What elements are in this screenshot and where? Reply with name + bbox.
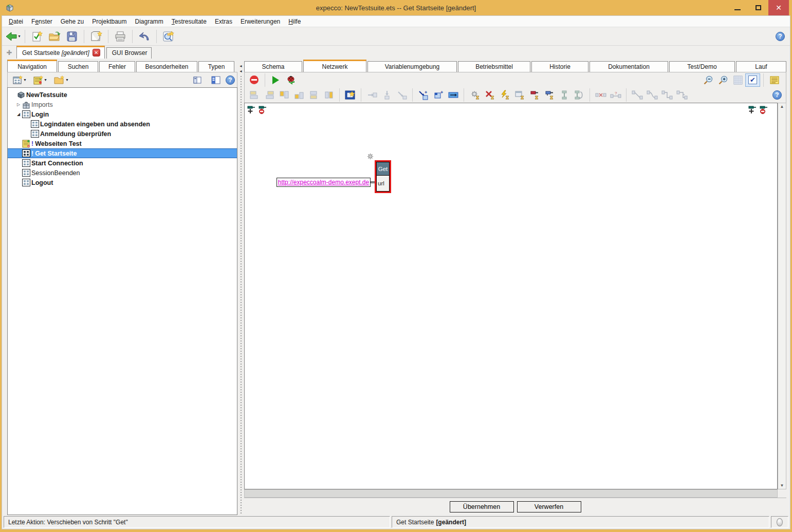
url-input-field[interactable]: http://expeccoalm-demo.exept.de: [277, 178, 371, 187]
insert-step-icon[interactable]: [379, 88, 394, 102]
line-style-spline-icon[interactable]: [644, 88, 659, 102]
minimize-button[interactable]: [727, 0, 748, 15]
tree-item-webseiten-test[interactable]: ! Webseiten Test: [8, 139, 237, 148]
expander-collapsed-icon[interactable]: ▷: [15, 102, 22, 107]
new-step-icon[interactable]: +: [416, 88, 431, 102]
log-panel-icon[interactable]: [767, 73, 782, 87]
discard-button[interactable]: Verwerfen: [517, 501, 581, 512]
dock-window-button[interactable]: [207, 72, 225, 88]
tree-item-anmeldung[interactable]: Anmeldung überprüfen: [8, 129, 237, 139]
output-pin-blocked-icon[interactable]: [760, 105, 768, 115]
remove-connection-icon[interactable]: [593, 88, 608, 102]
panel-splitter[interactable]: ◄ ◄: [237, 60, 244, 515]
menu-testresultate[interactable]: Testresultate: [168, 17, 210, 26]
get-step-block[interactable]: Get url: [375, 160, 391, 193]
tree-item-start-connection[interactable]: Start Connection: [8, 158, 237, 168]
new-list-menu-button[interactable]: ▾: [30, 72, 50, 88]
line-style-tree-icon[interactable]: [674, 88, 689, 102]
insert-output-pin-icon[interactable]: [394, 88, 409, 102]
tree-item-get-startseite[interactable]: ! Get Startseite: [8, 148, 237, 158]
close-button[interactable]: ✕: [768, 0, 789, 15]
line-style-ortho-icon[interactable]: [659, 88, 674, 102]
help-icon[interactable]: ?: [226, 75, 235, 85]
tab-netzwerk[interactable]: Netzwerk: [303, 60, 366, 72]
scroll-down-icon[interactable]: ▼: [780, 483, 784, 488]
tab-schema[interactable]: Schema: [244, 61, 302, 72]
tree-item-logindaten[interactable]: Logindaten eingeben und absenden: [8, 119, 237, 129]
tab-variablenumgebung[interactable]: Variablenumgebung: [367, 61, 457, 72]
inline-step-icon[interactable]: [446, 88, 461, 102]
help-icon[interactable]: ?: [772, 90, 782, 100]
maximize-button[interactable]: [748, 0, 768, 15]
browser-settings-button[interactable]: [160, 29, 177, 44]
new-block-menu-button[interactable]: ▾: [10, 72, 29, 88]
verify-button[interactable]: [28, 29, 46, 44]
grid-toggle-icon[interactable]: [730, 73, 745, 87]
stop-execution-icon[interactable]: [247, 73, 262, 87]
tab-suchen[interactable]: Suchen: [58, 61, 98, 72]
menu-projektbaum[interactable]: Projektbaum: [88, 17, 130, 26]
align-right-icon[interactable]: [262, 88, 277, 102]
tree-item-sessionbeenden[interactable]: SessionBeenden: [8, 168, 237, 178]
new-document-button[interactable]: [87, 29, 105, 44]
canvas-vscrollbar[interactable]: ▲ ▼: [778, 103, 786, 489]
delete-hourglass-icon[interactable]: [482, 88, 497, 102]
tab-gui-browser[interactable]: GUI Browser: [106, 47, 152, 59]
tab-typen[interactable]: Typen: [198, 61, 234, 72]
output-pin-move-icon[interactable]: [748, 105, 757, 115]
new-block-icon[interactable]: +: [431, 88, 446, 102]
menu-erweiterungen[interactable]: Erweiterungen: [237, 17, 284, 26]
print-button[interactable]: [112, 29, 129, 44]
menu-datei[interactable]: Datei: [5, 17, 27, 26]
align-bottom-icon[interactable]: [291, 88, 306, 102]
align-top-icon[interactable]: [277, 88, 291, 102]
canvas-hscrollbar[interactable]: [244, 489, 778, 498]
expander-expanded-icon[interactable]: ◢: [15, 112, 22, 117]
center-horizontal-icon[interactable]: [306, 88, 321, 102]
tab-betriebsmittel[interactable]: Betriebsmittel: [458, 61, 530, 72]
debug-icon[interactable]: [283, 73, 298, 87]
window-hourglass-icon[interactable]: [512, 88, 527, 102]
tree-item-login[interactable]: ◢ Login: [8, 109, 237, 119]
tab-lauf[interactable]: Lauf: [736, 61, 786, 72]
menu-hilfe[interactable]: Hilfe: [285, 17, 304, 26]
close-tab-icon[interactable]: ✕: [93, 49, 100, 56]
back-button[interactable]: ▾: [4, 29, 22, 44]
menu-gehe-zu[interactable]: Gehe zu: [57, 17, 87, 26]
input-pin-hourglass-icon[interactable]: [527, 88, 542, 102]
gear-hourglass-icon[interactable]: [467, 88, 482, 102]
add-tab-icon[interactable]: ✚: [5, 48, 13, 56]
tree-item-newtestsuite[interactable]: NewTestsuite: [8, 90, 237, 100]
tab-dokumentation[interactable]: Dokumentation: [590, 61, 668, 72]
query-connection-icon[interactable]: ?: [608, 88, 623, 102]
collapse-left-icon[interactable]: ◄: [239, 64, 243, 69]
new-folder-menu-button[interactable]: ▾: [51, 72, 71, 88]
tab-test-demo[interactable]: Test/Demo: [669, 61, 735, 72]
input-pin-move-icon[interactable]: [247, 105, 255, 115]
line-style-direct-icon[interactable]: [630, 88, 644, 102]
tab-fehler[interactable]: Fehler: [99, 61, 135, 72]
menu-extras[interactable]: Extras: [211, 17, 236, 26]
zoom-out-icon[interactable]: [701, 73, 715, 87]
float-window-button[interactable]: [189, 72, 206, 88]
tab-navigation[interactable]: Navigation: [7, 60, 57, 72]
snap-to-grid-icon[interactable]: [343, 88, 358, 102]
connector-vertical-icon[interactable]: [557, 88, 572, 102]
save-button[interactable]: [63, 29, 81, 44]
tab-get-startseite[interactable]: Get Startseite [geändert] ✕: [16, 46, 105, 59]
tab-historie[interactable]: Historie: [531, 61, 588, 72]
tab-besonderheiten[interactable]: Besonderheiten: [136, 61, 197, 72]
tree-item-logout[interactable]: Logout: [8, 178, 237, 187]
open-button[interactable]: [46, 29, 63, 44]
step-gear-icon[interactable]: [367, 153, 374, 160]
connector-reroute-icon[interactable]: [572, 88, 586, 102]
insert-input-pin-icon[interactable]: [364, 88, 379, 102]
lightning-hourglass-icon[interactable]: [497, 88, 512, 102]
scroll-up-icon[interactable]: ▲: [780, 104, 784, 109]
collapse-left-icon[interactable]: ◄: [239, 69, 243, 74]
selection-mode-toggle-icon[interactable]: ✔: [745, 73, 760, 87]
apply-button[interactable]: Übernehmen: [450, 501, 514, 512]
network-canvas[interactable]: http://expeccoalm-demo.exept.de Get url: [244, 103, 778, 489]
center-vertical-icon[interactable]: [321, 88, 336, 102]
align-left-icon[interactable]: [247, 88, 262, 102]
